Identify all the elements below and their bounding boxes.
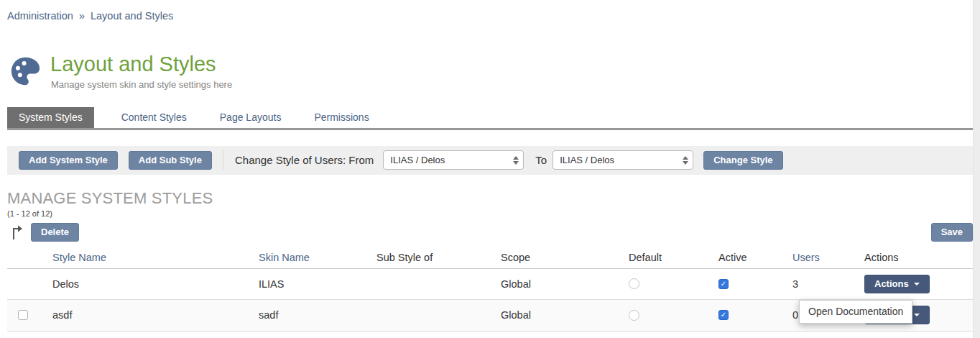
change-style-button[interactable]: Change Style <box>703 151 782 170</box>
to-label: To <box>535 154 547 166</box>
actions-dropdown-menu: Open Documentation <box>799 300 912 324</box>
column-header-sub-style-of: Sub Style of <box>376 252 433 263</box>
active-checkbox[interactable]: ✓ <box>718 279 729 289</box>
column-header-skin-name[interactable]: Skin Name <box>259 252 310 263</box>
to-style-select-value: ILIAS / Delos <box>560 155 614 165</box>
tab-content-styles[interactable]: Content Styles <box>110 107 198 128</box>
toolbar-divider <box>223 150 223 170</box>
page-subtitle: Manage system skin and style settings he… <box>51 79 232 90</box>
select-stepper-icon <box>683 156 688 165</box>
caret-down-icon <box>914 283 920 286</box>
scope-cell: Global <box>495 309 623 321</box>
tab-permissions[interactable]: Permissions <box>302 107 380 128</box>
delete-button[interactable]: Delete <box>31 223 79 242</box>
column-header-users[interactable]: Users <box>792 252 820 263</box>
change-style-of-users-label: Change Style of Users: From <box>235 154 374 166</box>
column-header-default: Default <box>629 252 662 263</box>
add-system-style-button[interactable]: Add System Style <box>19 151 118 170</box>
tab-page-layouts[interactable]: Page Layouts <box>208 107 293 128</box>
column-header-active: Active <box>718 252 747 263</box>
table-header-row: Style Name Skin Name Sub Style of Scope … <box>7 247 973 269</box>
from-style-select-value: ILIAS / Delos <box>390 155 445 165</box>
actions-dropdown-button[interactable]: Actions <box>864 275 930 293</box>
vertical-scrollbar[interactable] <box>973 0 980 338</box>
palette-icon <box>9 55 42 88</box>
tab-system-styles[interactable]: System Styles <box>7 107 94 128</box>
default-radio[interactable] <box>629 310 639 321</box>
users-count-cell: 3 <box>787 278 860 290</box>
to-style-select[interactable]: ILIAS / Delos <box>553 150 693 170</box>
layout-and-styles-page: Administration»Layout and Styles Layout … <box>0 0 980 338</box>
column-header-style-name[interactable]: Style Name <box>52 252 106 263</box>
row-select-checkbox[interactable] <box>18 310 28 320</box>
column-header-actions: Actions <box>864 252 899 263</box>
breadcrumb-layout-and-styles[interactable]: Layout and Styles <box>91 10 173 22</box>
breadcrumb-separator: » <box>79 10 85 22</box>
breadcrumb: Administration»Layout and Styles <box>7 0 973 22</box>
table-row: Delos ILIAS Global ✓ 3 Actions <box>7 269 973 300</box>
add-sub-style-button[interactable]: Add Sub Style <box>129 151 212 170</box>
menu-item-open-documentation[interactable]: Open Documentation <box>800 301 912 323</box>
table-command-bar: Delete Save <box>7 222 973 242</box>
select-stepper-icon <box>513 156 519 165</box>
scope-cell: Global <box>495 278 623 290</box>
page-header: Layout and Styles Manage system skin and… <box>7 53 973 90</box>
result-range: (1 - 12 of 12) <box>7 209 973 218</box>
style-name-cell: asdf <box>47 309 253 321</box>
page-title: Layout and Styles <box>50 53 232 76</box>
section-title: MANAGE SYSTEM STYLES <box>7 189 973 208</box>
toolbar: Add System Style Add Sub Style Change St… <box>7 146 973 175</box>
tab-bar: System Styles Content Styles Page Layout… <box>7 107 973 130</box>
active-checkbox[interactable]: ✓ <box>718 310 729 320</box>
page-title-block: Layout and Styles Manage system skin and… <box>47 53 232 90</box>
from-style-select[interactable]: ILIAS / Delos <box>383 150 524 170</box>
apply-to-selected-arrow-icon <box>11 224 24 240</box>
column-header-scope: Scope <box>501 252 530 263</box>
default-radio[interactable] <box>629 278 639 289</box>
style-name-cell: Delos <box>47 278 253 290</box>
skin-name-cell: ILIAS <box>253 278 371 290</box>
skin-name-cell: sadf <box>253 309 371 321</box>
breadcrumb-administration[interactable]: Administration <box>7 10 73 22</box>
save-button[interactable]: Save <box>931 223 973 242</box>
caret-down-icon <box>914 314 920 316</box>
